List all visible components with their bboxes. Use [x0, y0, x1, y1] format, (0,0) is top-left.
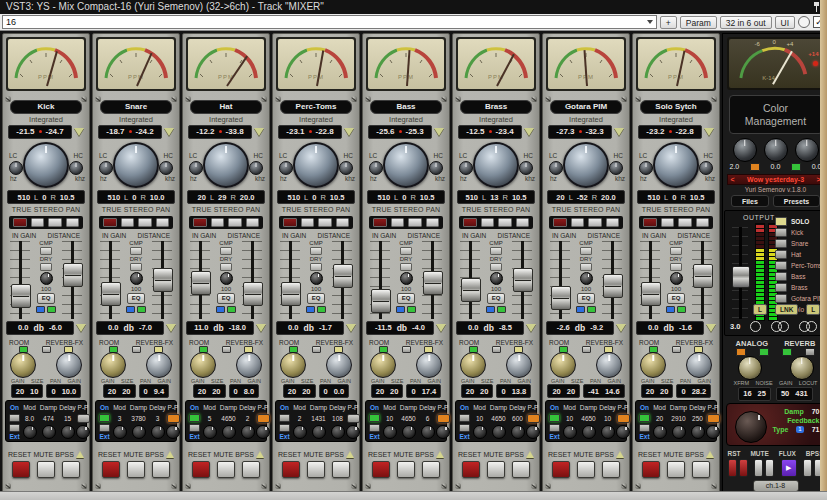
color-management-panel[interactable]: Color Management — [729, 95, 823, 135]
room-knob[interactable] — [190, 352, 216, 378]
cmp-button[interactable] — [220, 247, 232, 255]
pan-mode-button[interactable] — [283, 218, 297, 227]
pp-knob[interactable] — [76, 425, 90, 439]
rst-button[interactable] — [728, 459, 737, 477]
track-select-button[interactable] — [775, 239, 787, 248]
mod-knob[interactable] — [653, 425, 667, 439]
expand-triangle-icon[interactable] — [616, 324, 626, 332]
eq-tilt-knob[interactable] — [473, 142, 519, 188]
pan-mode-button[interactable] — [606, 218, 620, 227]
expand-triangle-icon[interactable] — [704, 128, 714, 136]
track-select-button[interactable] — [775, 250, 787, 259]
pan-mode-button[interactable] — [246, 218, 260, 227]
warning-triangle-icon[interactable] — [346, 451, 354, 458]
channel-name[interactable]: Gotara PIM — [550, 100, 622, 114]
pp-knob[interactable] — [526, 425, 540, 439]
reverb-fx-knob[interactable] — [596, 352, 622, 378]
color-knob-3[interactable] — [795, 138, 819, 162]
reset-button[interactable] — [462, 461, 480, 478]
output-fader[interactable] — [732, 266, 750, 288]
rst-button[interactable] — [739, 459, 748, 477]
color-knob-2[interactable] — [764, 138, 788, 162]
mute-button[interactable] — [487, 461, 505, 478]
bypass-button[interactable] — [152, 461, 170, 478]
hc-knob[interactable] — [69, 161, 83, 175]
dry-wet-knob[interactable] — [40, 272, 53, 285]
pp-button[interactable] — [617, 414, 630, 423]
mod-on-led[interactable] — [369, 414, 380, 422]
room-knob[interactable] — [280, 352, 306, 378]
damp-knob[interactable] — [402, 425, 416, 439]
track-select-button[interactable] — [775, 261, 787, 270]
damp-knob[interactable] — [222, 425, 236, 439]
dry-wet-knob[interactable] — [490, 272, 503, 285]
bpss-button[interactable] — [803, 459, 812, 477]
mod-on-led[interactable] — [99, 414, 110, 422]
eq-tilt-knob[interactable] — [653, 142, 699, 188]
expand-triangle-icon[interactable] — [526, 324, 536, 332]
eq-button[interactable]: EQ — [37, 293, 55, 304]
stereo-link-icon[interactable] — [771, 321, 789, 332]
presets-button[interactable]: Presets — [773, 195, 820, 207]
pan-mode-button[interactable] — [66, 218, 80, 227]
expand-triangle-icon[interactable] — [76, 324, 86, 332]
pan-mode-button[interactable] — [301, 218, 315, 227]
pan-mode-button[interactable] — [696, 218, 710, 227]
expand-triangle-icon[interactable] — [614, 128, 624, 136]
pan-mode-button[interactable] — [48, 218, 62, 227]
link-left-button[interactable]: L — [753, 304, 767, 315]
eq-tilt-knob[interactable] — [23, 142, 69, 188]
green-led[interactable] — [791, 163, 801, 171]
cmp-button[interactable] — [490, 247, 502, 255]
pan-mode-button[interactable] — [121, 218, 135, 227]
warning-triangle-icon[interactable] — [616, 451, 624, 458]
pan-mode-button[interactable] — [156, 218, 170, 227]
bypass-button[interactable] — [512, 461, 530, 478]
bypass-button[interactable] — [692, 461, 710, 478]
hc-knob[interactable] — [519, 161, 533, 175]
expand-triangle-icon[interactable] — [706, 324, 716, 332]
mod-knob[interactable] — [293, 425, 307, 439]
distance-fader[interactable] — [603, 274, 623, 298]
mute-button[interactable] — [667, 461, 685, 478]
dry-button[interactable] — [310, 263, 322, 271]
distance-fader[interactable] — [153, 268, 173, 292]
mod-on-led[interactable] — [639, 414, 650, 422]
active-led[interactable] — [317, 306, 326, 313]
pp-knob[interactable] — [616, 425, 630, 439]
channel-name[interactable]: Snare — [100, 100, 172, 114]
pan-mode-button[interactable] — [373, 218, 387, 227]
mod-knob[interactable] — [383, 425, 397, 439]
active-led[interactable] — [497, 306, 506, 313]
warning-triangle-icon[interactable] — [166, 451, 174, 458]
cmp-button[interactable] — [580, 247, 592, 255]
mod-on-led[interactable] — [279, 414, 290, 422]
pan-mode-button[interactable] — [426, 218, 440, 227]
pan-mode-button[interactable] — [481, 218, 495, 227]
damp-knob[interactable] — [672, 425, 686, 439]
in-gain-fader[interactable] — [371, 289, 391, 313]
warning-triangle-icon[interactable] — [256, 451, 264, 458]
pan-mode-button[interactable] — [498, 218, 512, 227]
channel-name[interactable]: Kick — [10, 100, 82, 114]
mod-on-led[interactable] — [9, 414, 20, 422]
ext-led[interactable] — [549, 424, 560, 432]
mute-button[interactable] — [765, 459, 774, 477]
pan-mode-button[interactable] — [516, 218, 530, 227]
phase-led[interactable] — [576, 306, 585, 313]
reset-button[interactable] — [282, 461, 300, 478]
cmp-button[interactable] — [310, 247, 322, 255]
lc-knob[interactable] — [549, 161, 563, 175]
pan-mode-button[interactable] — [463, 218, 477, 227]
room-knob[interactable] — [370, 352, 396, 378]
dry-wet-knob[interactable] — [400, 272, 413, 285]
in-gain-fader[interactable] — [551, 286, 571, 310]
pp-knob[interactable] — [706, 425, 720, 439]
track-select-button[interactable] — [775, 294, 787, 303]
hc-knob[interactable] — [339, 161, 353, 175]
warning-triangle-icon[interactable] — [436, 451, 444, 458]
hc-knob[interactable] — [249, 161, 263, 175]
delay-knob[interactable] — [511, 425, 525, 439]
lc-knob[interactable] — [639, 161, 653, 175]
expand-triangle-icon[interactable] — [164, 128, 174, 136]
